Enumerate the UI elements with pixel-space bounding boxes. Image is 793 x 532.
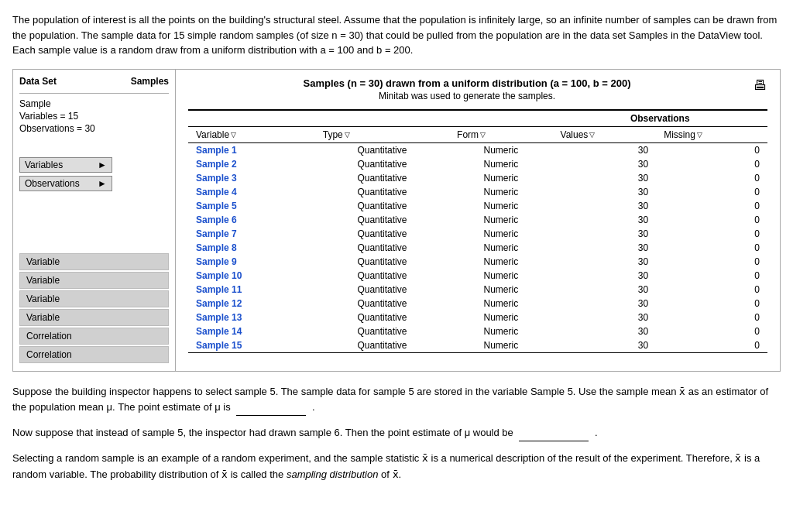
- sample-name-cell: Sample 9: [188, 255, 315, 269]
- para2-end: .: [595, 427, 598, 438]
- table-row: Sample 4 Quantitative Numeric 30 0: [188, 185, 767, 199]
- sample-name-cell: Sample 7: [188, 227, 315, 241]
- values-cell: 30: [553, 269, 657, 283]
- sample-name-cell: Sample 12: [188, 297, 315, 311]
- form-cell: Numeric: [449, 241, 552, 255]
- col-values-header[interactable]: Values ▽: [553, 126, 657, 142]
- type-cell: Quantitative: [315, 311, 449, 324]
- form-cell: Numeric: [449, 142, 552, 157]
- table-row: Sample 1 Quantitative Numeric 30 0: [188, 142, 767, 157]
- missing-cell: 0: [656, 255, 767, 269]
- type-cell: Quantitative: [315, 213, 449, 227]
- para2-blank[interactable]: [519, 441, 589, 441]
- dataset-label: Data Set: [19, 76, 57, 87]
- values-filter-icon: ▽: [589, 131, 595, 139]
- missing-cell: 0: [656, 199, 767, 213]
- dataview-tool: Data Set Samples Sample Variables = 15 O…: [12, 69, 781, 372]
- form-cell: Numeric: [449, 311, 552, 324]
- table-subtitle: Minitab was used to generate the samples…: [188, 91, 746, 101]
- intro-paragraph: The population of interest is all the po…: [12, 12, 781, 58]
- form-cell: Numeric: [449, 324, 552, 338]
- type-cell: Quantitative: [315, 269, 449, 283]
- sidebar: Data Set Samples Sample Variables = 15 O…: [13, 70, 176, 371]
- table-row: Sample 5 Quantitative Numeric 30 0: [188, 199, 767, 213]
- form-label: Form: [457, 129, 479, 140]
- table-row: Sample 9 Quantitative Numeric 30 0: [188, 255, 767, 269]
- missing-cell: 0: [656, 142, 767, 157]
- values-cell: 30: [553, 227, 657, 241]
- table-row: Sample 3 Quantitative Numeric 30 0: [188, 171, 767, 185]
- values-cell: 30: [553, 213, 657, 227]
- sample-name-cell: Sample 3: [188, 171, 315, 185]
- table-row: Sample 15 Quantitative Numeric 30 0: [188, 338, 767, 353]
- type-cell: Quantitative: [315, 297, 449, 311]
- missing-cell: 0: [656, 311, 767, 324]
- sidebar-buttons: Variables ► Observations ►: [19, 157, 169, 191]
- table-row: Sample 6 Quantitative Numeric 30 0: [188, 213, 767, 227]
- form-cell: Numeric: [449, 185, 552, 199]
- form-cell: Numeric: [449, 255, 552, 269]
- missing-cell: 0: [656, 171, 767, 185]
- type-filter-icon: ▽: [345, 131, 350, 139]
- missing-cell: 0: [656, 297, 767, 311]
- para1-blank[interactable]: [236, 415, 306, 416]
- sidebar-list: Variable Variable Variable Variable Corr…: [19, 253, 169, 363]
- type-cell: Quantitative: [315, 171, 449, 185]
- observations-btn-label: Observations: [25, 178, 80, 189]
- list-item: Variable: [19, 272, 169, 289]
- values-cell: 30: [553, 297, 657, 311]
- values-cell: 30: [553, 171, 657, 185]
- para3-italic: sampling distribution: [287, 469, 379, 480]
- list-item: Correlation: [19, 328, 169, 345]
- col-form-header[interactable]: Form ▽: [449, 126, 552, 142]
- type-cell: Quantitative: [315, 227, 449, 241]
- values-cell: 30: [553, 157, 657, 171]
- sample-name-cell: Sample 1: [188, 142, 315, 157]
- values-label: Values: [561, 129, 589, 140]
- values-cell: 30: [553, 283, 657, 297]
- main-panel: Samples (n = 30) drawn from a uniform di…: [176, 70, 780, 371]
- observations-button[interactable]: Observations ►: [19, 176, 112, 191]
- type-cell: Quantitative: [315, 338, 449, 353]
- table-row: Sample 12 Quantitative Numeric 30 0: [188, 297, 767, 311]
- form-cell: Numeric: [449, 338, 552, 353]
- table-row: Sample 10 Quantitative Numeric 30 0: [188, 269, 767, 283]
- missing-filter-icon: ▽: [697, 131, 702, 139]
- form-cell: Numeric: [449, 269, 552, 283]
- values-cell: 30: [553, 199, 657, 213]
- para1-text: Suppose the building inspector happens t…: [12, 386, 768, 414]
- table-row: Sample 7 Quantitative Numeric 30 0: [188, 227, 767, 241]
- missing-cell: 0: [656, 185, 767, 199]
- sample-name-cell: Sample 11: [188, 283, 315, 297]
- values-cell: 30: [553, 338, 657, 353]
- observations-count: Observations = 30: [19, 123, 169, 134]
- sample-name-cell: Sample 2: [188, 157, 315, 171]
- type-cell: Quantitative: [315, 157, 449, 171]
- col-missing-header[interactable]: Missing ▽: [656, 126, 767, 142]
- missing-cell: 0: [656, 269, 767, 283]
- sample-name-cell: Sample 14: [188, 324, 315, 338]
- form-filter-icon: ▽: [480, 131, 486, 139]
- para1-end: .: [312, 401, 315, 413]
- observations-arrow-icon: ►: [98, 178, 107, 189]
- sample-name-cell: Sample 10: [188, 269, 315, 283]
- missing-cell: 0: [656, 227, 767, 241]
- values-cell: 30: [553, 311, 657, 324]
- paragraph-2: Now suppose that instead of sample 5, th…: [12, 425, 781, 441]
- table-title: Samples (n = 30) drawn from a uniform di…: [188, 77, 746, 89]
- type-cell: Quantitative: [315, 185, 449, 199]
- type-cell: Quantitative: [315, 283, 449, 297]
- sample-name-cell: Sample 6: [188, 213, 315, 227]
- form-cell: Numeric: [449, 213, 552, 227]
- type-cell: Quantitative: [315, 142, 449, 157]
- missing-cell: 0: [656, 241, 767, 255]
- variables-button[interactable]: Variables ►: [19, 157, 112, 173]
- table-row: Sample 11 Quantitative Numeric 30 0: [188, 283, 767, 297]
- table-row: Sample 2 Quantitative Numeric 30 0: [188, 157, 767, 171]
- col-type-header[interactable]: Type ▽: [315, 126, 449, 142]
- print-icon[interactable]: 🖶: [754, 77, 767, 94]
- sample-name-cell: Sample 4: [188, 185, 315, 199]
- col-variable-header[interactable]: Variable ▽: [188, 126, 315, 142]
- para3-end: of x̄.: [381, 469, 401, 480]
- type-label: Type: [323, 129, 343, 140]
